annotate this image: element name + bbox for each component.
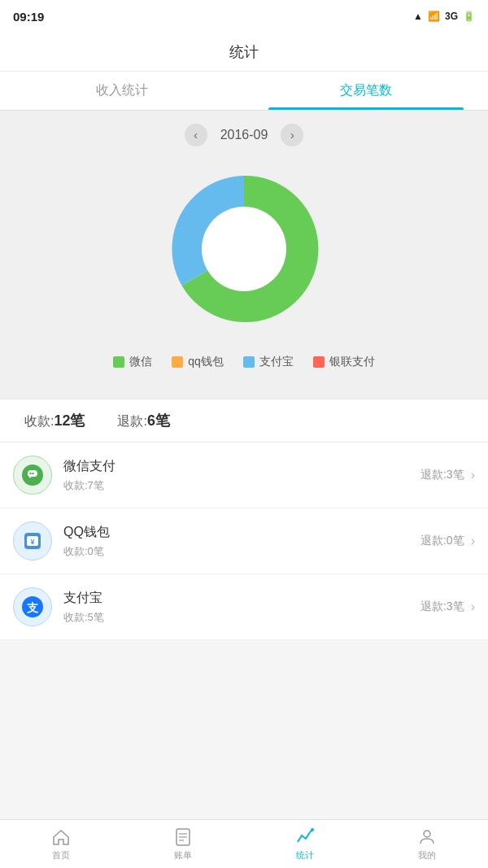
nav-mine-label: 我的 xyxy=(418,849,436,861)
alipay-name: 支付宝 xyxy=(63,590,409,607)
wechat-name: 微信支付 xyxy=(63,458,409,475)
nav-stats-label: 统计 xyxy=(296,849,314,861)
network-label: 3G xyxy=(445,11,458,22)
svg-point-0 xyxy=(202,207,286,291)
svg-point-2 xyxy=(29,473,31,474)
tab-income[interactable]: 收入统计 xyxy=(0,72,244,110)
alipay-refund: 退款:3笔 xyxy=(420,600,464,614)
qq-icon: ¥ xyxy=(13,521,52,560)
legend-qq-dot xyxy=(172,356,183,368)
page-title: 统计 xyxy=(229,42,259,62)
wechat-info: 微信支付 收款:7笔 xyxy=(63,458,409,493)
svg-text:支: 支 xyxy=(26,601,39,614)
battery-icon: 🔋 xyxy=(463,11,475,22)
tab-transactions[interactable]: 交易笔数 xyxy=(244,72,488,110)
nav-bills-label: 账单 xyxy=(174,849,192,861)
chart-section: ‹ 2016-09 › 微信 qq钱包 支付宝 银联支付 xyxy=(0,111,488,399)
alipay-right: 退款:3笔 › xyxy=(420,600,475,614)
nav-home[interactable]: 首页 xyxy=(0,820,122,868)
alipay-info: 支付宝 收款:5笔 xyxy=(63,590,409,625)
svg-point-15 xyxy=(424,831,430,837)
legend-unionpay-dot xyxy=(313,356,325,368)
payment-list: 微信支付 收款:7笔 退款:3笔 › ¥ QQ钱包 收款:0笔 退款:0笔 › xyxy=(0,443,488,640)
chart-legend: 微信 qq钱包 支付宝 银联支付 xyxy=(0,355,488,369)
wechat-right: 退款:3笔 › xyxy=(420,468,475,482)
list-item-wechat[interactable]: 微信支付 收款:7笔 退款:3笔 › xyxy=(0,443,488,508)
prev-month-button[interactable]: ‹ xyxy=(185,124,207,146)
svg-text:¥: ¥ xyxy=(30,538,34,546)
svg-point-14 xyxy=(311,828,314,831)
status-bar: 09:19 ▲ 📶 3G 🔋 xyxy=(0,0,488,33)
legend-alipay-label: 支付宝 xyxy=(259,355,294,369)
legend-alipay-dot xyxy=(243,356,255,368)
nav-home-label: 首页 xyxy=(52,849,70,861)
bills-icon xyxy=(173,827,193,847)
wechat-icon xyxy=(13,456,52,495)
wifi-icon: ▲ xyxy=(413,11,423,22)
person-icon xyxy=(417,827,437,847)
list-item-qq[interactable]: ¥ QQ钱包 收款:0笔 退款:0笔 › xyxy=(0,508,488,574)
legend-wechat: 微信 xyxy=(113,355,152,369)
signal-icon: 📶 xyxy=(428,11,440,22)
status-time: 09:19 xyxy=(13,10,44,24)
qq-info: QQ钱包 收款:0笔 xyxy=(63,524,409,559)
svg-point-3 xyxy=(32,473,33,474)
wechat-chevron: › xyxy=(471,468,475,482)
nav-bills[interactable]: 账单 xyxy=(122,820,244,868)
legend-unionpay-label: 银联支付 xyxy=(329,355,375,369)
qq-name: QQ钱包 xyxy=(63,524,409,541)
legend-alipay: 支付宝 xyxy=(243,355,294,369)
collect-stat: 收款:12笔 xyxy=(24,411,85,430)
nav-stats[interactable]: 统计 xyxy=(244,820,366,868)
nav-mine[interactable]: 我的 xyxy=(366,820,488,868)
month-nav: ‹ 2016-09 › xyxy=(0,124,488,146)
alipay-chevron: › xyxy=(471,600,475,614)
bottom-nav: 首页 账单 统计 我的 xyxy=(0,819,488,868)
qq-refund: 退款:0笔 xyxy=(420,534,464,548)
stats-summary: 收款:12笔 退款:6笔 xyxy=(0,399,488,443)
status-icons: ▲ 📶 3G 🔋 xyxy=(413,11,475,22)
current-month: 2016-09 xyxy=(220,128,268,142)
legend-qq: qq钱包 xyxy=(172,355,224,369)
home-icon xyxy=(51,827,71,847)
legend-unionpay: 银联支付 xyxy=(313,355,375,369)
list-item-alipay[interactable]: 支 支付宝 收款:5笔 退款:3笔 › xyxy=(0,574,488,640)
tab-bar: 收入统计 交易笔数 xyxy=(0,72,488,111)
alipay-collect: 收款:5笔 xyxy=(63,610,409,625)
wechat-refund: 退款:3笔 xyxy=(420,468,464,482)
page-header: 统计 xyxy=(0,33,488,72)
qq-right: 退款:0笔 › xyxy=(420,534,475,548)
qq-chevron: › xyxy=(471,534,475,548)
donut-chart xyxy=(0,159,488,338)
legend-qq-label: qq钱包 xyxy=(188,355,224,369)
wechat-collect: 收款:7笔 xyxy=(63,478,409,493)
legend-wechat-label: 微信 xyxy=(129,355,152,369)
stats-icon xyxy=(295,827,315,847)
legend-wechat-dot xyxy=(113,356,124,368)
qq-collect: 收款:0笔 xyxy=(63,544,409,559)
refund-stat: 退款:6笔 xyxy=(117,411,169,430)
next-month-button[interactable]: › xyxy=(281,124,303,146)
alipay-icon: 支 xyxy=(13,587,52,626)
